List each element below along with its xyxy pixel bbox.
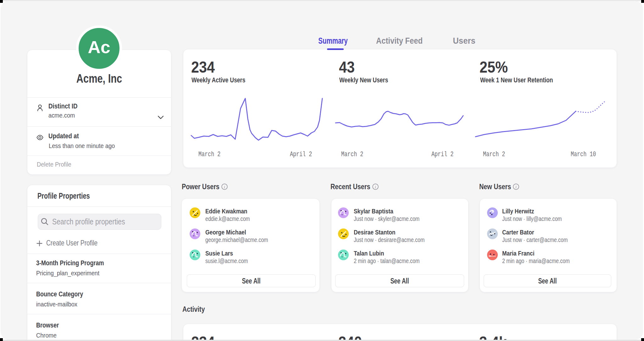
- svg-text:i: i: [224, 184, 225, 189]
- svg-text:i: i: [515, 184, 517, 189]
- svg-text:i: i: [375, 184, 376, 189]
